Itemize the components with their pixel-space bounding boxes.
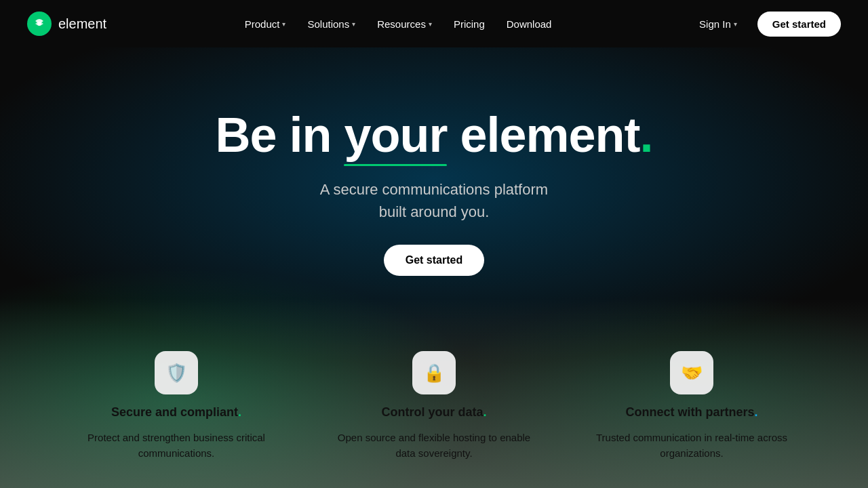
sign-in-chevron-icon: ▾	[734, 20, 737, 28]
handshake-icon: 🤝	[681, 363, 703, 384]
data-icon-box: 🔒	[412, 351, 456, 394]
feature-data-title: Control your data.	[381, 405, 486, 420]
shield-check-icon: 🛡️	[165, 363, 187, 384]
secure-dot: .	[238, 405, 241, 419]
resources-chevron-icon: ▾	[429, 20, 432, 28]
feature-data-desc: Open source and flexible hosting to enab…	[332, 430, 536, 461]
feature-secure-title: Secure and compliant.	[111, 405, 241, 420]
feature-partners-title: Connect with partners.	[625, 405, 757, 420]
nav-links: Product ▾ Solutions ▾ Resources ▾ Pricin…	[235, 13, 561, 35]
nav-solutions[interactable]: Solutions ▾	[298, 13, 365, 35]
nav-right: Sign In ▾ Get started	[690, 12, 841, 37]
hero-content: Be in your element. A secure communicati…	[215, 108, 652, 276]
nav-download[interactable]: Download	[497, 13, 561, 35]
partners-icon-box: 🤝	[670, 351, 713, 394]
logo-icon	[27, 12, 52, 36]
nav-product[interactable]: Product ▾	[235, 13, 296, 35]
hero-title-dot: .	[640, 108, 653, 162]
logo-text: element	[58, 16, 106, 32]
data-dot: .	[484, 405, 487, 419]
feature-partners-desc: Trusted communication in real-time acros…	[590, 430, 793, 461]
solutions-chevron-icon: ▾	[352, 20, 355, 28]
feature-data: 🔒 Control your data. Open source and fle…	[332, 351, 536, 461]
feature-secure-desc: Protect and strengthen business critical…	[75, 430, 278, 461]
logo-link[interactable]: element	[27, 12, 106, 36]
hero-title: Be in your element.	[215, 108, 652, 162]
feature-secure: 🛡️ Secure and compliant. Protect and str…	[75, 351, 278, 461]
hero-subtitle: A secure communications platform built a…	[320, 178, 548, 223]
product-chevron-icon: ▾	[282, 20, 285, 28]
sign-in-button[interactable]: Sign In ▾	[690, 13, 747, 35]
navbar: element Product ▾ Solutions ▾ Resources …	[0, 0, 868, 47]
get-started-nav-button[interactable]: Get started	[757, 12, 841, 37]
svg-point-1	[37, 22, 41, 26]
hero-title-underline-word: your	[344, 108, 447, 162]
feature-partners: 🤝 Connect with partners. Trusted communi…	[590, 351, 793, 461]
hero-cta-button[interactable]: Get started	[384, 245, 484, 276]
nav-resources[interactable]: Resources ▾	[368, 13, 441, 35]
features-section: 🛡️ Secure and compliant. Protect and str…	[0, 351, 868, 488]
hero-section: Be in your element. A secure communicati…	[0, 47, 868, 488]
secure-icon-box: 🛡️	[155, 351, 198, 394]
nav-pricing[interactable]: Pricing	[444, 13, 494, 35]
partners-dot: .	[755, 405, 758, 419]
lock-icon: 🔒	[423, 363, 445, 384]
